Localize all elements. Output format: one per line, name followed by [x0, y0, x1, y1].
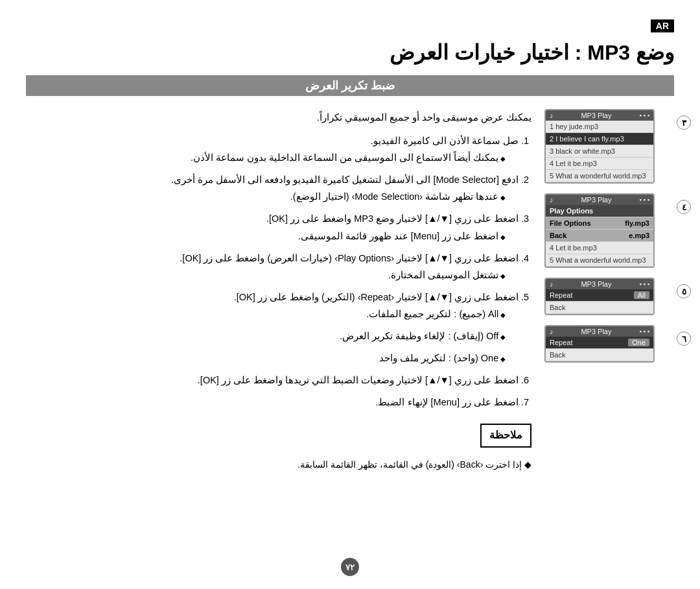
step-5: اضغط على زري [▼/▲] لاختيار ‹Repeat› (الت… — [26, 289, 519, 367]
note-text: ◆ إذا اخترت ‹Back› (العودة) في القائمة، … — [26, 457, 531, 473]
back-row-5: Back — [546, 302, 653, 314]
music-icon-3: ♪ — [550, 112, 554, 119]
step-badge-3: ٣ — [677, 115, 691, 130]
screen-6: ♪ MP3 Play ▪▪▪ Repeat One Back ٦ — [544, 325, 674, 363]
step-4: اضغط على زري [▼/▲] لاختيار ‹Play Options… — [26, 250, 519, 283]
screen-5: ♪ MP3 Play ▪▪▪ Repeat All Back ٥ — [544, 278, 674, 315]
screen-3-title: MP3 Play — [581, 112, 611, 119]
music-icon-6: ♪ — [550, 328, 554, 335]
page-title: وضع MP3 : اختيار خيارات العرض — [26, 40, 674, 65]
note-section: ملاحظة ◆ إذا اخترت ‹Back› (العودة) في ال… — [26, 424, 531, 473]
screen-3-body: 1 hey jude.mp3 2 I believe I can fly.mp3… — [546, 121, 653, 182]
ar-badge: AR — [651, 19, 674, 32]
step-2: ادفع [Mode Selector] الى الأسفل لتشغيل ك… — [26, 171, 519, 205]
section-header: ضبط تكرير العرض — [26, 75, 674, 96]
screen-6-header: ♪ MP3 Play ▪▪▪ — [546, 326, 653, 337]
step-7: اضغط على زر [Menu] لإنهاء الضبط. — [26, 394, 519, 411]
mockup-6: ♪ MP3 Play ▪▪▪ Repeat One Back — [544, 325, 655, 363]
music-icon-4: ♪ — [550, 196, 554, 204]
step-badge-5: ٥ — [677, 284, 691, 298]
screen-3-header: ♪ MP3 Play ▪▪▪ — [546, 110, 653, 121]
screen-row-selected: 2 I believe I can fly.mp3 — [546, 133, 653, 145]
screen-5-icons: ▪▪▪ — [639, 281, 649, 287]
step-1: صل سماعة الأذن الى كاميرة الفيديو. يمكنك… — [26, 132, 519, 166]
mockup-4: ♪ MP3 Play ▪▪▪ Play Options File Options… — [544, 193, 655, 268]
mockup-5: ♪ MP3 Play ▪▪▪ Repeat All Back — [544, 278, 655, 315]
screen-6-icons: ▪▪▪ — [639, 328, 649, 335]
screen-row: 3 black or white.mp3 — [546, 145, 653, 158]
note-label: ملاحظة — [480, 424, 531, 448]
screen-6-body: Repeat One Back — [546, 337, 653, 361]
screen-5-body: Repeat All Back — [546, 289, 653, 314]
play-options-row: Play Options — [546, 205, 653, 217]
screen-3-icons: ▪▪▪ — [639, 112, 649, 119]
intro-text: يمكنك عرض موسيقى واحد أو جميع الموسيقي ت… — [26, 109, 531, 126]
screen-row: 5 What a wonderful world.mp3 — [546, 254, 653, 267]
repeat-one-row: Repeat One — [546, 337, 653, 349]
screen-row: 4 Let it be.mp3 — [546, 158, 653, 170]
mockup-3: ♪ MP3 Play ▪▪▪ 1 hey jude.mp3 2 I believ… — [544, 109, 655, 184]
music-icon-5: ♪ — [550, 280, 554, 288]
step-6: اضغط على زري [▼/▲] لاختيار وضعيات الضبط … — [26, 372, 519, 389]
screen-6-title: MP3 Play — [581, 328, 611, 335]
step-badge-6: ٦ — [677, 331, 691, 346]
screen-4-icons: ▪▪▪ — [639, 197, 649, 203]
back-row-6: Back — [546, 349, 653, 361]
screen-5-title: MP3 Play — [581, 280, 611, 288]
screen-5-header: ♪ MP3 Play ▪▪▪ — [546, 279, 653, 289]
step-badge-4: ٤ — [677, 200, 691, 214]
screen-row: 5 What a wonderful world.mp3 — [546, 170, 653, 182]
screen-4-header: ♪ MP3 Play ▪▪▪ — [546, 195, 653, 205]
screen-4-title: MP3 Play — [581, 196, 611, 204]
screens-section: ♪ MP3 Play ▪▪▪ 1 hey jude.mp3 2 I believ… — [544, 109, 674, 479]
screen-row: 4 Let it be.mp3 — [546, 242, 653, 254]
page-number: ٧٢ — [341, 558, 359, 576]
screen-4-body: Play Options File Optionsfly.mp3 Backe.m… — [546, 205, 653, 267]
repeat-all-row: Repeat All — [546, 289, 653, 302]
screen-row: 1 hey jude.mp3 — [546, 121, 653, 133]
file-options-row: File Optionsfly.mp3 — [546, 217, 653, 230]
back-row-4: Backe.mp3 — [546, 230, 653, 242]
screen-3: ♪ MP3 Play ▪▪▪ 1 hey jude.mp3 2 I believ… — [544, 109, 674, 184]
text-section: يمكنك عرض موسيقى واحد أو جميع الموسيقي ت… — [26, 109, 531, 479]
screen-4: ♪ MP3 Play ▪▪▪ Play Options File Options… — [544, 193, 674, 268]
step-3: اضغط على زري [▼/▲] لاختيار وضع MP3 واضغط… — [26, 210, 519, 244]
